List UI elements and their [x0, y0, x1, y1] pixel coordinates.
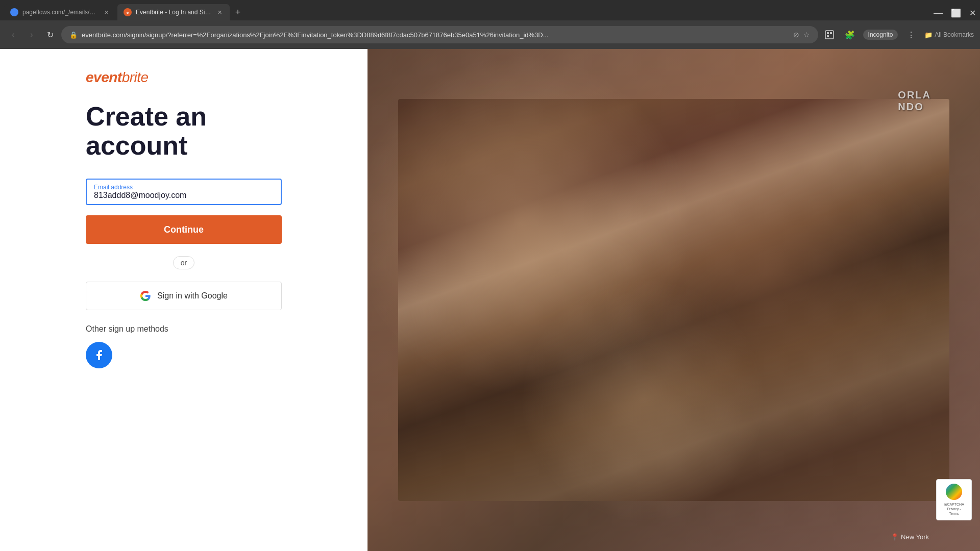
location-badge: 📍 New York: [891, 533, 929, 541]
tab-bar: pageflows.com/_/emails/_/7fb5... ✕ e Eve…: [0, 0, 980, 20]
email-label: Email address: [94, 184, 133, 191]
profile-button[interactable]: [822, 28, 837, 42]
address-bar[interactable]: 🔒 eventbrite.com/signin/signup/?referrer…: [61, 26, 818, 43]
continue-button[interactable]: Continue: [86, 215, 282, 244]
hero-image: ORLANDO 📍 New York reCAPTCHA Privacy - T…: [368, 49, 980, 551]
facebook-button[interactable]: [86, 342, 112, 368]
email-input[interactable]: [94, 191, 274, 200]
divider-line-right: [194, 263, 282, 263]
divider-line-left: [86, 263, 173, 263]
address-text: eventbrite.com/signin/signup/?referrer=%…: [82, 31, 789, 39]
tab-title-eventbrite: Eventbrite - Log In and Sign In: [136, 9, 211, 16]
extensions-button[interactable]: 🧩: [843, 28, 857, 42]
browser-nav-right: 🧩 Incognito ⋮ 📁 All Bookmarks: [822, 28, 974, 42]
tab-eventbrite[interactable]: e Eventbrite - Log In and Sign In ✕: [117, 4, 230, 20]
overlay-text: ORLANDO: [898, 89, 931, 113]
location-text: New York: [901, 533, 929, 541]
minimize-button[interactable]: —: [934, 8, 943, 18]
nav-bar: ‹ › ↻ 🔒 eventbrite.com/signin/signup/?re…: [0, 20, 980, 49]
svg-rect-1: [827, 32, 829, 34]
tab-close-eventbrite[interactable]: ✕: [215, 8, 224, 16]
location-icon: 📍: [891, 533, 899, 541]
recaptcha-label: reCAPTCHA Privacy - Terms: [942, 502, 966, 516]
page-content: eventbrite Create an account Email addre…: [0, 49, 980, 551]
tab-favicon-pageflows: [10, 8, 18, 16]
email-form-group: Email address: [86, 179, 282, 205]
tab-close-pageflows[interactable]: ✕: [102, 8, 110, 16]
divider-or-label: or: [173, 256, 194, 269]
logo-area: eventbrite: [86, 69, 282, 86]
recaptcha-logo: [946, 484, 962, 500]
recaptcha-badge: reCAPTCHA Privacy - Terms: [936, 479, 972, 520]
tab-pageflows[interactable]: pageflows.com/_/emails/_/7fb5... ✕: [4, 4, 116, 20]
menu-button[interactable]: ⋮: [904, 28, 918, 42]
new-tab-button[interactable]: +: [231, 5, 245, 19]
bookmarks-label: All Bookmarks: [935, 31, 974, 38]
svg-rect-2: [830, 32, 832, 34]
google-signin-button[interactable]: Sign in with Google: [86, 282, 282, 310]
lock-icon: 🔒: [69, 31, 78, 39]
other-methods-label: Other sign up methods: [86, 324, 282, 334]
email-field-wrapper[interactable]: Email address: [86, 179, 282, 205]
star-icon[interactable]: ☆: [803, 31, 810, 39]
page-heading: Create an account: [86, 102, 282, 160]
google-signin-label: Sign in with Google: [157, 291, 228, 300]
back-button[interactable]: ‹: [6, 28, 20, 42]
tab-favicon-eventbrite: e: [124, 8, 132, 16]
close-window-button[interactable]: ✕: [969, 8, 976, 18]
svg-rect-3: [827, 35, 829, 37]
camera-icon[interactable]: ⊘: [793, 31, 799, 39]
facebook-icon: [93, 349, 105, 361]
divider-row: or: [86, 256, 282, 269]
browser-chrome: pageflows.com/_/emails/_/7fb5... ✕ e Eve…: [0, 0, 980, 49]
maximize-button[interactable]: ⬜: [951, 8, 961, 18]
refresh-button[interactable]: ↻: [43, 28, 57, 42]
google-icon: [140, 290, 151, 302]
eventbrite-logo: eventbrite: [86, 69, 282, 86]
tab-title-pageflows: pageflows.com/_/emails/_/7fb5...: [22, 9, 98, 16]
bookmarks-link[interactable]: 📁 All Bookmarks: [924, 31, 974, 39]
incognito-badge: Incognito: [863, 30, 898, 40]
left-panel: eventbrite Create an account Email addre…: [0, 49, 368, 551]
address-icons: ⊘ ☆: [793, 31, 810, 39]
forward-button[interactable]: ›: [24, 28, 39, 42]
right-panel: ORLANDO 📍 New York reCAPTCHA Privacy - T…: [368, 49, 980, 551]
svg-rect-0: [825, 31, 834, 39]
